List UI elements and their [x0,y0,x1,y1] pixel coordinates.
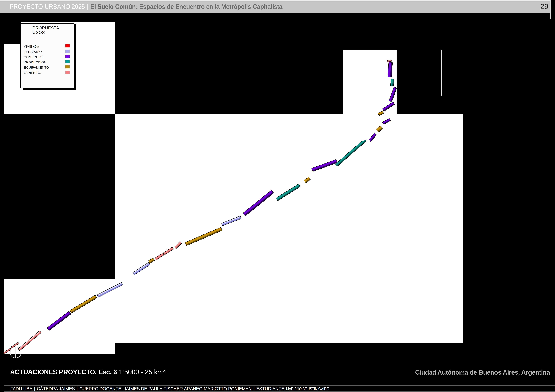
legend-item-label: EQUIPAMIENTO [24,66,49,69]
legend-item: EQUIPAMIENTO [21,65,73,70]
legend-title-line2: USOS [33,30,59,35]
legend-color-swatch [66,60,70,63]
legend-item: TERCIARIO [21,49,73,55]
legend-item: VIVIENDA [21,44,73,49]
legend-item: COMERCIAL [21,55,73,60]
legend-title-line1: PROPUESTA [33,26,59,30]
legend-box: PROPUESTA USOS VIVIENDATERCIARIOCOMERCIA… [21,22,74,88]
north-indicator-axis [15,347,16,358]
scale-title: ACTUACIONES PROYECTO. Esc. 6 [10,368,117,376]
credits-teachers-label: CUERPO DOCENTE: [79,386,122,392]
footer-bottom-rule [4,391,555,392]
legend-color-swatch [66,55,70,58]
legend-items: VIVIENDATERCIARIOCOMERCIALPRODUCCIÓNEQUI… [21,44,73,76]
left-margin-line [4,43,5,392]
credits-teachers: JAIMES DE PAULA FISCHER ARANEO MARIOTTO … [124,386,252,392]
scale-line: ACTUACIONES PROYECTO. Esc. 6 1:5000 - 25… [10,368,165,376]
scale-value: 1:5000 - 25 km² [119,368,165,376]
header-bar: PROYECTO URBANO 2025 | El Suelo Común: E… [0,0,550,13]
legend-item: PRODUCCIÓN [21,60,73,65]
legend-color-swatch [66,50,70,53]
block-side-face [387,61,392,62]
header-right-edge-line [550,0,551,19]
white-region-left [4,43,21,114]
legend-item-label: TERCIARIO [24,50,42,54]
legend-item: GENÉRICO [21,70,73,76]
page-number: 29 [540,2,548,11]
legend-color-swatch [66,65,70,69]
credits-student-label: ESTUDIANTE: [256,386,285,392]
legend-color-swatch [66,71,70,74]
credits-separator: | [253,386,255,392]
credits-separator: | [77,386,78,392]
credits-student: MARIANO AGUSTIN GAIDO [286,386,329,391]
footer-top-rule [4,385,555,386]
slide-page: PROPUESTA USOS VIVIENDATERCIARIOCOMERCIA… [0,0,555,392]
header-title-line: PROYECTO URBANO 2025 | El Suelo Común: E… [9,0,282,13]
page-title: El Suelo Común: Espacios de Encuentro en… [90,3,282,10]
white-region-bottom-left [4,279,115,354]
legend-item-label: COMERCIAL [24,55,43,59]
credits-cathedra: CÁTEDRA JAIMES [37,386,75,392]
location-label: Ciudad Autónoma de Buenos Aires, Argenti… [415,369,550,376]
legend-item-label: VIVIENDA [24,45,39,48]
legend-title: PROPUESTA USOS [33,26,59,35]
legend-item-label: PRODUCCIÓN [24,61,46,64]
credits-line: FADU UBA | CÁTEDRA JAIMES | CUERPO DOCEN… [10,386,340,391]
right-gap-line [441,50,442,95]
credits-institution: FADU UBA [10,386,32,392]
header-separator: | [87,3,88,10]
credits-separator: | [34,386,35,392]
legend-item-label: GENÉRICO [24,71,41,75]
legend-color-swatch [66,44,70,48]
white-region-central [115,114,463,343]
header-kicker: PROYECTO URBANO 2025 [9,3,85,10]
